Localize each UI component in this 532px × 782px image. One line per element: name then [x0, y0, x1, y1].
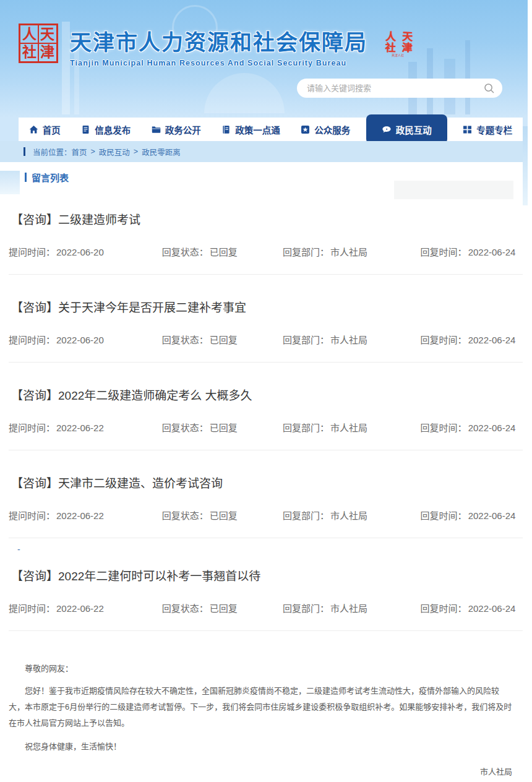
reply-status-label: 回复状态： — [162, 335, 208, 345]
reply-dept-label: 回复部门： — [283, 603, 329, 614]
reply-time-value: 2022-06-24 — [468, 510, 516, 521]
stamp-text: 人社 — [381, 31, 397, 54]
list-item: 【咨询】2022年二级建造师确定考么 大概多久 提问时间：2022-06-22 … — [9, 363, 523, 450]
message-meta: 提问时间：2022-06-22 回复状态：已回复 回复部门：市人社局 回复时间：… — [9, 421, 523, 434]
reply-salutation: 尊敬的网友： — [9, 661, 512, 677]
folder-icon — [152, 125, 161, 134]
reply-dept-label: 回复部门： — [283, 423, 329, 433]
reply-body: 您好！鉴于我市近期疫情风险存在较大不确定性，全国新冠肺炎疫情尚不稳定，二级建造师… — [9, 683, 512, 731]
ask-time-label: 提问时间： — [9, 335, 55, 345]
reply-status-label: 回复状态： — [162, 510, 208, 521]
reply-time-label: 回复时间： — [421, 603, 467, 614]
nav-item-public-interaction[interactable]: 政民互动 — [366, 114, 447, 144]
ask-time-value: 2022-06-22 — [56, 603, 104, 614]
building-decor — [465, 40, 470, 114]
band-edge-right — [523, 126, 528, 205]
seal-char: 社 — [20, 43, 38, 61]
breadcrumb-prefix: 当前位置： — [33, 146, 72, 158]
site-title[interactable]: 天津市人力资源和社会保障局 — [70, 25, 367, 56]
building-decor — [62, 22, 70, 114]
ask-time-value: 2022-06-20 — [56, 247, 104, 257]
list-item: 【咨询】二级建造师考试 提问时间：2022-06-20 回复状态：已回复 回复部… — [9, 187, 523, 275]
breadcrumb-marker — [24, 147, 25, 156]
message-title-link[interactable]: 【咨询】关于天津今年是否开展二建补考事宜 — [9, 299, 523, 316]
reply-status-label: 回复状态： — [162, 603, 208, 614]
breadcrumb-link-interaction[interactable]: 政民互动 — [99, 146, 130, 158]
reply-dept-value: 市人社局 — [330, 247, 367, 257]
message-title-link[interactable]: 【咨询】2022年二级建造师确定考么 大概多久 — [9, 387, 523, 404]
nav-item-home[interactable]: 首页 — [24, 118, 66, 141]
list-item: 【咨询】天津市二级建造、造价考试咨询 提问时间：2022-06-22 回复状态：… — [9, 450, 523, 538]
reply-dept-label: 回复部门： — [283, 510, 329, 521]
list-item: 【咨询】关于天津今年是否开展二建补考事宜 提问时间：2022-06-20 回复状… — [9, 275, 523, 363]
reply-status-value: 已回复 — [210, 247, 238, 257]
breadcrumb-link-zero-distance[interactable]: 政民零距离 — [142, 146, 181, 158]
list-item: 【咨询】2022年二建何时可以补考一事翘首以待 提问时间：2022-06-22 … — [9, 554, 523, 631]
stamp-text: 天津 — [398, 31, 414, 54]
nav-label: 公众服务 — [314, 123, 350, 136]
breadcrumb: 当前位置： 首页 > 政民互动 > 政民零距离 — [0, 141, 528, 162]
search-input[interactable] — [307, 84, 484, 93]
reply-closing: 祝您身体健康，生活愉快！ — [9, 739, 512, 755]
nav-item-gov-disclosure[interactable]: 政务公开 — [147, 118, 206, 141]
nav-label: 政策一点通 — [235, 123, 280, 136]
site-container: 人 天 社 津 天津市人力资源和社会保障局 Tianjin Municipal … — [0, 0, 528, 782]
message-meta: 提问时间：2022-06-20 回复状态：已回复 回复部门：市人社局 回复时间：… — [9, 246, 523, 259]
seal-char: 天 — [38, 25, 56, 43]
ask-time-value: 2022-06-22 — [56, 510, 104, 521]
message-list: 【咨询】二级建造师考试 提问时间：2022-06-20 回复状态：已回复 回复部… — [9, 187, 523, 631]
message-title-link[interactable]: 【咨询】2022年二建何时可以补考一事翘首以待 — [9, 568, 523, 585]
nav-item-news[interactable]: 信息发布 — [76, 118, 135, 141]
ask-time-label: 提问时间： — [9, 510, 55, 521]
reply-dept-value: 市人社局 — [330, 335, 367, 345]
nav-item-special-topics[interactable]: 专题专栏 — [458, 118, 517, 141]
bureau-seal-logo[interactable]: 人 天 社 津 — [19, 24, 58, 63]
reply-status-value: 已回复 — [210, 335, 238, 345]
message-title-link[interactable]: 【咨询】天津市二级建造、造价考试咨询 — [9, 475, 523, 492]
reply-dept-label: 回复部门： — [283, 335, 329, 345]
message-meta: 提问时间：2022-06-22 回复状态：已回复 回复部门：市人社局 回复时间：… — [9, 509, 523, 522]
dome-decor — [204, 73, 285, 113]
ask-time-value: 2022-06-20 — [56, 335, 104, 345]
main-content: 留言列表 【咨询】二级建造师考试 提问时间：2022-06-20 回复状态：已回… — [0, 171, 528, 782]
ask-time-value: 2022-06-22 — [56, 423, 104, 433]
main-nav: 首页 信息发布 政务公开 — [19, 118, 523, 141]
reply-time-label: 回复时间： — [421, 423, 467, 433]
reply-letter: 尊敬的网友： 您好！鉴于我市近期疫情风险存在较大不确定性，全国新冠肺炎疫情尚不稳… — [0, 661, 528, 782]
seal-char: 人 — [20, 25, 38, 43]
reply-time-label: 回复时间： — [421, 335, 467, 345]
nav-item-public-service[interactable]: 公众服务 — [296, 118, 355, 141]
reply-dept-value: 市人社局 — [330, 423, 367, 433]
chat-icon — [382, 125, 392, 134]
seal-char: 津 — [38, 43, 56, 61]
collapsed-widget-placeholder — [394, 181, 513, 199]
nav-label: 信息发布 — [95, 123, 131, 136]
star-square-icon — [301, 125, 310, 134]
reply-time-value: 2022-06-24 — [468, 247, 516, 257]
nav-label: 专题专栏 — [476, 123, 512, 136]
reply-time-value: 2022-06-24 — [468, 335, 516, 345]
reply-status-value: 已回复 — [210, 510, 238, 521]
calligraphy-stamp: 人社 天津 天津人社 — [384, 31, 412, 57]
reply-time-label: 回复时间： — [421, 510, 467, 521]
search-icon[interactable] — [484, 83, 495, 94]
breadcrumb-separator: > — [91, 147, 95, 156]
home-icon — [29, 125, 38, 134]
reply-signer: 市人社局 — [9, 765, 512, 780]
message-title-link[interactable]: 【咨询】二级建造师考试 — [9, 212, 523, 228]
nav-item-policy[interactable]: 政策一点通 — [217, 118, 285, 141]
reply-date: 2022年6月24日 — [9, 780, 512, 782]
breadcrumb-link-home[interactable]: 首页 — [72, 146, 87, 158]
news-icon — [81, 125, 90, 134]
search-bar — [297, 79, 502, 98]
reply-status-label: 回复状态： — [162, 423, 208, 433]
reply-dept-label: 回复部门： — [283, 247, 329, 257]
site-subtitle: Tianjin Municipal Human Resources And So… — [70, 59, 367, 67]
ask-time-label: 提问时间： — [9, 247, 55, 257]
reply-status-value: 已回复 — [210, 423, 238, 433]
stamp-caption: 天津人社 — [384, 54, 412, 57]
band-edge-left — [0, 171, 20, 194]
book-icon — [221, 125, 231, 134]
reply-status-label: 回复状态： — [162, 247, 208, 257]
breadcrumb-separator: > — [134, 147, 138, 156]
